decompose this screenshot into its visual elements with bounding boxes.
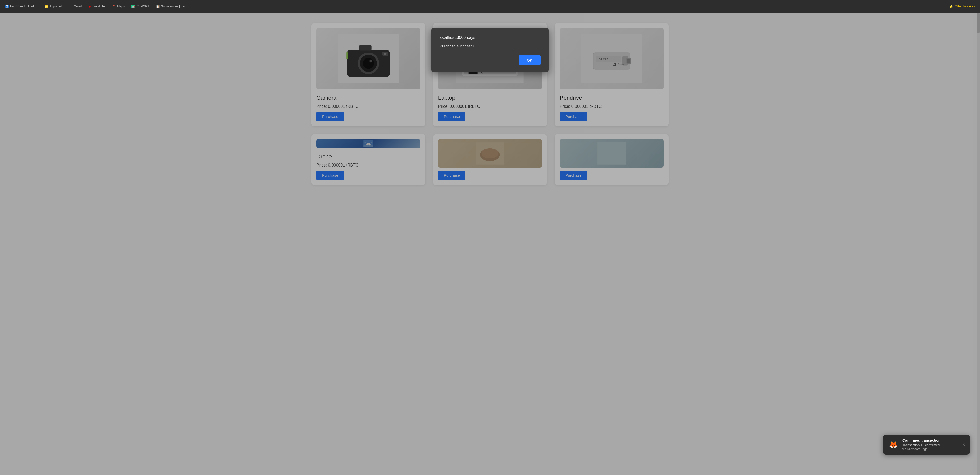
tab-label-imported: Imported xyxy=(50,5,62,8)
tab-chatgpt[interactable]: 🤖ChatGPT xyxy=(128,3,152,10)
dialog-box: localhost:3000 says Purchase successful!… xyxy=(431,28,549,72)
dialog-message: Purchase successful! xyxy=(439,44,541,48)
dialog-ok-button[interactable]: OK xyxy=(519,56,541,65)
favicon-maps: 📍 xyxy=(112,5,116,8)
tab-imgbb[interactable]: 🖼ImgBB — Upload I... xyxy=(2,3,41,10)
tab-submissions[interactable]: 📋Submissions | Kath... xyxy=(153,3,193,10)
tab-maps[interactable]: 📍Maps xyxy=(109,3,127,10)
tab-label-chatgpt: ChatGPT xyxy=(137,5,149,8)
metamask-transaction: Transaction 15 confirmed! xyxy=(902,443,952,447)
other-favorites-label: Other favorites xyxy=(955,5,975,8)
star-icon: ⭐ xyxy=(950,5,953,8)
metamask-close-button[interactable]: × xyxy=(962,442,966,448)
browser-tab-bar: 🖼ImgBB — Upload I...📁Imported✉Gmail▶YouT… xyxy=(0,0,980,13)
tab-label-youtube: YouTube xyxy=(94,5,105,8)
metamask-title: Confirmed transaction xyxy=(902,438,952,442)
metamask-icon: 🦊 xyxy=(887,438,899,451)
metamask-menu-button[interactable]: ... xyxy=(955,442,960,448)
favicon-imported: 📁 xyxy=(45,5,48,8)
tab-imported[interactable]: 📁Imported xyxy=(41,3,65,10)
favicon-gmail: ✉ xyxy=(68,5,72,8)
favicon-chatgpt: 🤖 xyxy=(131,5,135,8)
metamask-notification: 🦊 Confirmed transaction Transaction 15 c… xyxy=(883,435,970,454)
favicon-youtube: ▶ xyxy=(88,5,92,8)
dialog-title: localhost:3000 says xyxy=(439,35,541,40)
favicon-imgbb: 🖼 xyxy=(5,5,9,8)
favicon-submissions: 📋 xyxy=(156,5,159,8)
tab-gmail[interactable]: ✉Gmail xyxy=(65,3,85,10)
tab-label-imgbb: ImgBB — Upload I... xyxy=(10,5,38,8)
dialog-overlay: localhost:3000 says Purchase successful!… xyxy=(0,13,980,475)
tab-youtube[interactable]: ▶YouTube xyxy=(85,3,108,10)
metamask-controls: ... × xyxy=(955,442,966,448)
metamask-content: Confirmed transaction Transaction 15 con… xyxy=(902,438,952,451)
tab-label-maps: Maps xyxy=(117,5,124,8)
tab-label-gmail: Gmail xyxy=(74,5,82,8)
metamask-source: via Microsoft Edge xyxy=(902,448,952,451)
other-favorites-tab[interactable]: ⭐ Other favorites xyxy=(946,3,978,10)
tab-label-submissions: Submissions | Kath... xyxy=(161,5,190,8)
